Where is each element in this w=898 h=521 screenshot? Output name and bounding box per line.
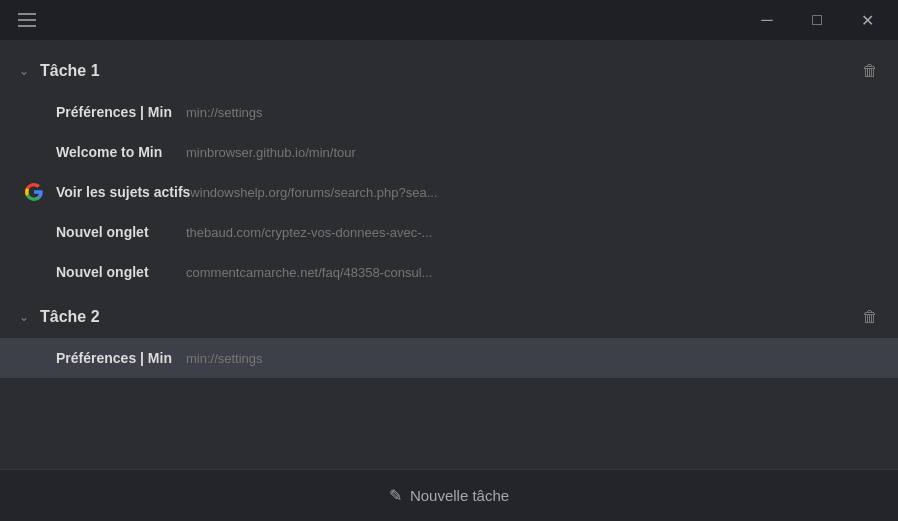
tab-url: thebaud.com/cryptez-vos-donnees-avec-... [186,225,432,240]
tab-favicon-google [24,182,44,202]
task-2-header-left: ⌄ Tâche 2 [16,308,100,326]
tab-item[interactable]: Nouvel onglet thebaud.com/cryptez-vos-do… [0,212,898,252]
close-icon: ✕ [861,11,874,30]
tab-title: Welcome to Min [56,144,186,160]
window-controls: ─ □ ✕ [744,4,890,36]
tab-favicon [24,262,44,282]
new-task-icon: ✎ [389,486,402,505]
tab-url: min://settings [186,105,263,120]
title-bar: ─ □ ✕ [0,0,898,40]
tab-url: windowshelp.org/forums/search.php?sea... [190,185,437,200]
task-2-header[interactable]: ⌄ Tâche 2 🗑 [0,296,898,338]
new-task-button[interactable]: ✎ Nouvelle tâche [369,478,529,513]
task-2-delete-icon[interactable]: 🗑 [858,304,882,330]
tab-title: Nouvel onglet [56,224,186,240]
tab-favicon [24,102,44,122]
tab-item[interactable]: Welcome to Min minbrowser.github.io/min/… [0,132,898,172]
task-group-1: ⌄ Tâche 1 🗑 Préférences | Min min://sett… [0,50,898,292]
task-1-header-left: ⌄ Tâche 1 [16,62,100,80]
tab-item[interactable]: Voir les sujets actifs windowshelp.org/f… [0,172,898,212]
close-button[interactable]: ✕ [844,4,890,36]
task-1-title: Tâche 1 [40,62,100,80]
chevron-down-icon: ⌄ [16,64,32,78]
bottom-bar: ✎ Nouvelle tâche [0,469,898,521]
tab-title: Nouvel onglet [56,264,186,280]
task-1-delete-icon[interactable]: 🗑 [858,58,882,84]
tab-title: Voir les sujets actifs [56,184,190,200]
tab-title: Préférences | Min [56,104,186,120]
tab-favicon [24,348,44,368]
tab-item-active[interactable]: Préférences | Min min://settings [0,338,898,378]
tab-url: commentcamarche.net/faq/48358-consul... [186,265,432,280]
chevron-down-icon-2: ⌄ [16,310,32,324]
task-list: ⌄ Tâche 1 🗑 Préférences | Min min://sett… [0,40,898,469]
tab-favicon [24,142,44,162]
maximize-button[interactable]: □ [794,4,840,36]
tab-title: Préférences | Min [56,350,186,366]
tab-item[interactable]: Nouvel onglet commentcamarche.net/faq/48… [0,252,898,292]
tab-url: min://settings [186,351,263,366]
tab-favicon [24,222,44,242]
minimize-button[interactable]: ─ [744,4,790,36]
maximize-icon: □ [812,11,822,29]
task-2-title: Tâche 2 [40,308,100,326]
tab-url: minbrowser.github.io/min/tour [186,145,356,160]
minimize-icon: ─ [761,11,772,29]
task-1-header[interactable]: ⌄ Tâche 1 🗑 [0,50,898,92]
tab-item[interactable]: Préférences | Min min://settings [0,92,898,132]
menu-icon[interactable] [18,13,36,27]
new-task-label: Nouvelle tâche [410,487,509,504]
task-group-2: ⌄ Tâche 2 🗑 Préférences | Min min://sett… [0,296,898,378]
